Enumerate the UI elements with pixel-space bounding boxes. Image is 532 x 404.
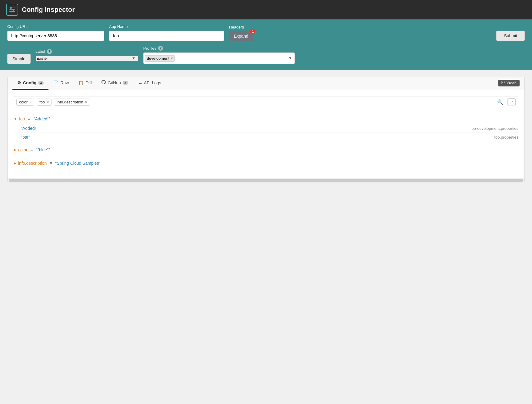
tab-diff[interactable]: 📋 Diff [74, 77, 97, 90]
svg-point-4 [13, 9, 14, 10]
prop-eq-color: = [30, 147, 33, 152]
prop-detail-source-foo-0: foo-development.properties [470, 126, 518, 131]
tabs-container: ⚙ Config 3 📄 Raw 📋 Diff GitHub 3 ☁ [7, 76, 525, 183]
filter-tag-info-description: info.description × [54, 99, 90, 106]
prop-eq-info-description: = [50, 161, 52, 166]
svg-point-3 [10, 7, 12, 8]
headers-badge: 1 [250, 29, 255, 34]
headers-expand-button[interactable]: Expand 1 [229, 31, 253, 41]
simple-button[interactable]: Simple [7, 54, 31, 64]
profile-tag-development: development × [145, 55, 175, 62]
config-bar: Config URL App Name Headers Expand 1 Sub… [0, 19, 532, 70]
prop-key-color: color [18, 147, 27, 152]
label-group: Label ? master [35, 49, 138, 61]
profiles-group: Profiles ? development × [143, 46, 295, 64]
tab-hash: b383ca6 [498, 80, 520, 86]
filter-tag-foo-remove[interactable]: × [47, 100, 49, 104]
prop-val-info-description: "Spring Cloud Samples" [55, 161, 100, 166]
filter-search-button[interactable]: 🔍 [495, 99, 505, 106]
config-panel: color × foo × info.description × 🔍 .* ▼ [8, 90, 524, 178]
app-name-input[interactable] [109, 31, 224, 41]
raw-tab-icon: 📄 [53, 80, 58, 85]
prop-val-foo: "Added!" [34, 116, 50, 121]
tabs-header: ⚙ Config 3 📄 Raw 📋 Diff GitHub 3 ☁ [8, 76, 524, 90]
label-select-wrap: master [35, 56, 138, 61]
tab-api-logs-label: API Logs [144, 80, 161, 85]
config-url-input[interactable] [7, 31, 104, 41]
prop-eq-foo: = [28, 116, 30, 121]
top-bar: Config Inspector [0, 0, 532, 19]
prop-header-foo[interactable]: ▼ foo = "Added!" [14, 114, 518, 124]
diff-tab-icon: 📋 [78, 80, 84, 85]
config-bar-row1: Config URL App Name Headers Expand 1 Sub… [7, 24, 525, 41]
headers-label: Headers [229, 25, 253, 29]
label-help-icon[interactable]: ? [47, 49, 52, 54]
scroll-thumb [9, 179, 523, 182]
profiles-label: Profiles ? [143, 46, 295, 51]
prop-val-color: ""blue"" [36, 147, 50, 152]
label-field-label: Label ? [35, 49, 138, 54]
tab-raw-label: Raw [60, 80, 69, 85]
config-tab-icon: ⚙ [17, 80, 21, 85]
prop-key-info-description: info.description [18, 161, 47, 166]
tab-raw[interactable]: 📄 Raw [48, 77, 74, 90]
prop-detail-row-foo-0: "Added!" foo-development.properties [14, 124, 518, 133]
tab-api-logs[interactable]: ☁ API Logs [133, 77, 166, 90]
tab-config-label: Config [23, 80, 36, 85]
filter-tag-info-desc-remove[interactable]: × [85, 100, 87, 104]
profile-tag-remove[interactable]: × [171, 56, 173, 60]
prop-arrow-foo: ▼ [14, 117, 17, 121]
config-url-group: Config URL [7, 24, 104, 41]
api-logs-tab-icon: ☁ [138, 80, 142, 85]
prop-arrow-color: ▶ [14, 148, 16, 152]
headers-expand-label: Expand [234, 34, 248, 39]
scroll-area[interactable] [8, 178, 524, 183]
prop-detail-val-foo-0: "Added!" [21, 126, 470, 131]
app-name-label: App Name [109, 24, 224, 29]
label-select[interactable]: master [35, 56, 138, 61]
sliders-icon [8, 6, 16, 13]
tab-config[interactable]: ⚙ Config 3 [12, 77, 48, 90]
tab-github-label: GitHub [108, 80, 121, 85]
config-bar-row2: Simple Label ? master Profiles ? develop… [7, 46, 525, 64]
profiles-input-wrap[interactable]: development × [143, 52, 295, 64]
filter-tag-color-remove[interactable]: × [29, 100, 32, 104]
prop-detail-row-foo-1: "bar" foo.properties [14, 133, 518, 141]
filter-row: color × foo × info.description × 🔍 .* [14, 96, 518, 108]
prop-header-color[interactable]: ▶ color = ""blue"" [14, 145, 518, 155]
prop-arrow-info-description: ▶ [14, 161, 16, 165]
filter-regex-button[interactable]: .* [507, 98, 516, 106]
prop-detail-source-foo-1: foo.properties [494, 135, 519, 140]
prop-key-foo: foo [19, 116, 25, 121]
prop-header-info-description[interactable]: ▶ info.description = "Spring Cloud Sampl… [14, 158, 518, 168]
tab-diff-label: Diff [85, 80, 92, 85]
app-logo [6, 4, 18, 16]
prop-detail-val-foo-1: "bar" [21, 135, 494, 140]
prop-section-foo: ▼ foo = "Added!" "Added!" foo-developmen… [14, 114, 518, 141]
headers-group: Headers Expand 1 [229, 25, 253, 41]
prop-section-info-description: ▶ info.description = "Spring Cloud Sampl… [14, 158, 518, 168]
app-title: Config Inspector [22, 6, 75, 14]
filter-tag-color: color × [16, 99, 34, 106]
tab-github-badge: 3 [123, 81, 128, 85]
profiles-help-icon[interactable]: ? [158, 46, 163, 51]
tab-config-badge: 3 [38, 81, 44, 85]
app-name-group: App Name [109, 24, 224, 41]
svg-point-5 [11, 11, 12, 12]
submit-button[interactable]: Submit [496, 31, 525, 41]
filter-tag-foo: foo × [37, 99, 52, 106]
config-url-label: Config URL [7, 24, 104, 29]
main-content: ⚙ Config 3 📄 Raw 📋 Diff GitHub 3 ☁ [0, 70, 532, 389]
github-tab-icon [101, 80, 106, 85]
tab-github[interactable]: GitHub 3 [97, 76, 133, 90]
prop-section-color: ▶ color = ""blue"" [14, 145, 518, 155]
